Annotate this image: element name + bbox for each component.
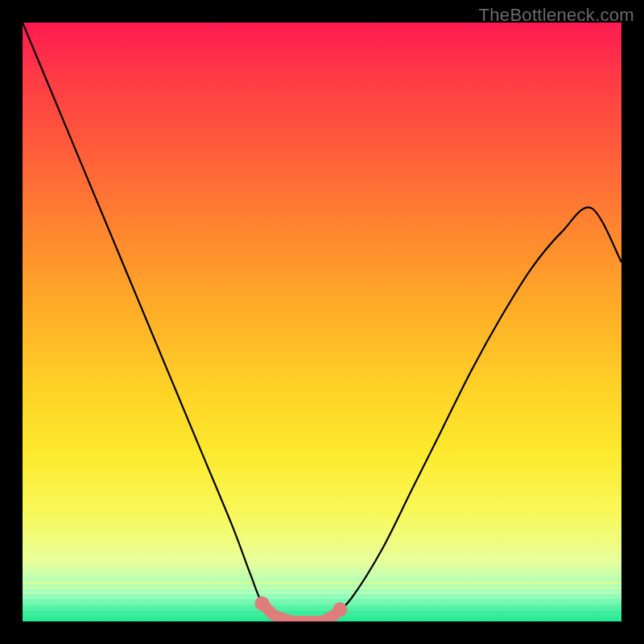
chart-frame: TheBottleneck.com bbox=[0, 0, 644, 644]
valley-dot-start bbox=[255, 597, 270, 611]
watermark-text: TheBottleneck.com bbox=[479, 5, 634, 26]
plot-area bbox=[23, 23, 621, 621]
bottleneck-curve bbox=[23, 23, 621, 621]
valley-highlight-stroke bbox=[262, 604, 341, 621]
valley-highlight bbox=[255, 597, 348, 621]
curve-line bbox=[23, 23, 621, 621]
valley-dot-end bbox=[332, 602, 347, 617]
curve-svg bbox=[23, 23, 621, 621]
